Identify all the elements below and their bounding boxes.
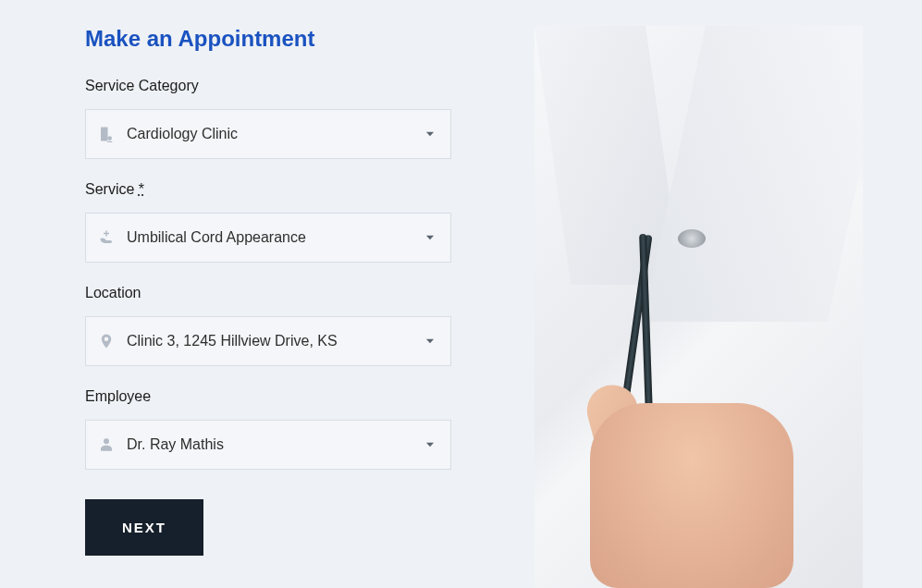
required-mark: *: [139, 181, 144, 197]
select-employee[interactable]: Dr. Ray Mathis: [85, 420, 451, 470]
value-service: Umbilical Cord Appearance: [127, 229, 410, 246]
select-service-category[interactable]: Cardiology Clinic: [85, 109, 451, 159]
doctor-photo: [535, 26, 863, 588]
field-service: Service * Umbilical Cord Appearance: [85, 181, 451, 263]
field-location: Location Clinic 3, 1245 Hillview Drive, …: [85, 285, 451, 366]
field-employee: Employee Dr. Ray Mathis: [85, 388, 451, 470]
label-location: Location: [85, 285, 451, 301]
value-location: Clinic 3, 1245 Hillview Drive, KS: [127, 333, 410, 349]
chevron-down-icon: [410, 128, 450, 141]
appointment-form: Make an Appointment Service Category Car…: [0, 0, 535, 588]
chevron-down-icon: [410, 231, 450, 244]
map-pin-icon: [86, 333, 127, 349]
label-employee: Employee: [85, 388, 451, 405]
building-user-icon: [86, 126, 127, 142]
hand-medical-icon: [86, 229, 127, 246]
page-title: Make an Appointment: [85, 26, 451, 52]
next-button[interactable]: NEXT: [85, 499, 203, 556]
value-employee: Dr. Ray Mathis: [127, 436, 410, 453]
chevron-down-icon: [410, 335, 450, 348]
select-service[interactable]: Umbilical Cord Appearance: [85, 213, 451, 263]
chevron-down-icon: [410, 438, 450, 451]
value-service-category: Cardiology Clinic: [127, 126, 410, 142]
field-service-category: Service Category Cardiology Clinic: [85, 78, 451, 159]
user-icon: [86, 436, 127, 453]
label-service: Service *: [85, 181, 451, 198]
label-service-category: Service Category: [85, 78, 451, 94]
select-location[interactable]: Clinic 3, 1245 Hillview Drive, KS: [85, 316, 451, 366]
